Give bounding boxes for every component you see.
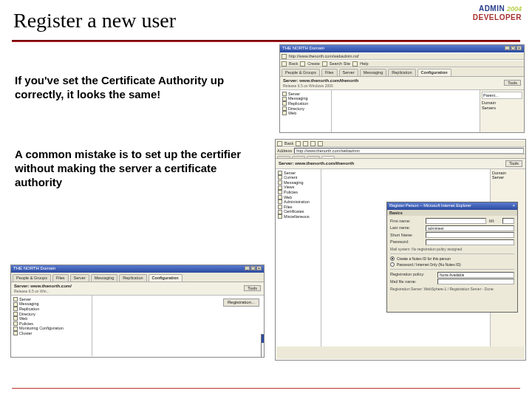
winC-serverbar: Server: www.thenorth.com/ Release 6.5 on… — [11, 282, 264, 296]
winA-back[interactable]: Back — [289, 61, 298, 66]
folder-icon — [13, 307, 18, 311]
winA-titlebar: THE NORTH Domain _▢× — [280, 45, 524, 52]
ctx-server[interactable]: Server... — [262, 343, 265, 351]
tree-item[interactable]: Monitoring Configuration — [13, 326, 90, 331]
tree-item[interactable]: Cluster — [13, 331, 90, 336]
tree-web[interactable]: Web — [282, 111, 330, 116]
title-rule — [12, 40, 520, 42]
folder-icon — [13, 312, 18, 316]
tree-item[interactable]: Web — [277, 195, 319, 200]
winB-url[interactable]: http://www.thenorth.com/webadmin — [294, 148, 524, 154]
winB-back[interactable]: Back — [284, 141, 293, 146]
tree-item[interactable]: Policies — [13, 321, 90, 327]
tree-replication[interactable]: Replication — [282, 101, 330, 106]
refresh-icon — [303, 141, 308, 146]
policy-select[interactable]: None Available — [437, 272, 514, 278]
winA-search[interactable]: Search Site — [330, 61, 350, 66]
slide-title: Register a new user — [12, 6, 520, 38]
right-server[interactable]: Server — [492, 175, 524, 180]
tree-item[interactable]: Administration — [277, 200, 319, 205]
tab-configuration[interactable]: Configuration — [417, 69, 451, 76]
firstname-input[interactable] — [426, 218, 486, 224]
tools-button[interactable]: Tools — [244, 285, 261, 292]
back-icon — [277, 141, 282, 146]
paragraph-1: If you've set the Certificate Authority … — [15, 74, 251, 102]
winC-titlebar: THE NORTH Domain _▢× — [11, 265, 264, 273]
tab-people-groups[interactable]: People & Groups — [13, 274, 51, 282]
winA-help[interactable]: Help — [360, 61, 368, 66]
folder-icon — [278, 171, 282, 175]
winA-toolbar: Back Create Search Site Help — [280, 60, 524, 67]
tree-item[interactable]: Messaging — [13, 301, 90, 307]
registration-button[interactable]: Registration... — [223, 299, 259, 307]
server-release: Release 6.5 on Windows 2000 — [283, 83, 358, 88]
winA-create[interactable]: Create — [307, 61, 320, 66]
winB-split: Server Current Messaging Views Policies … — [276, 169, 525, 347]
tree-item[interactable]: Policies — [277, 190, 319, 195]
folder-icon — [13, 321, 18, 326]
folder-icon — [13, 297, 18, 301]
mailfile-label: Mail file name: — [390, 279, 434, 284]
firstname-label: First name: — [390, 219, 423, 224]
folder-icon — [278, 175, 282, 180]
winA-addressbar: http://www.thenorth.com/webadmin.nsf — [280, 52, 524, 60]
tab-server[interactable]: Server — [70, 274, 89, 282]
right-domain[interactable]: Domain — [492, 171, 524, 176]
tab-files[interactable]: Files — [52, 274, 69, 282]
tree-item[interactable]: Server — [13, 297, 90, 302]
radio-notes-id[interactable]: Create a Notes ID for this person — [390, 256, 514, 261]
tree-item[interactable]: Replication — [13, 307, 90, 312]
tree-item[interactable]: Miscellaneous — [277, 214, 319, 219]
right-domain[interactable]: Domain — [482, 100, 522, 106]
tree-server[interactable]: Server — [282, 92, 330, 97]
lastname-input[interactable]: admintest — [426, 225, 514, 231]
tree-directory[interactable]: Directory — [282, 106, 330, 112]
folder-icon — [278, 214, 282, 219]
tab-messaging[interactable]: Messaging — [91, 274, 118, 282]
tab-server[interactable]: Server — [339, 69, 358, 76]
dialog-titlebar: Register Person -- Microsoft Internet Ex… — [387, 202, 517, 210]
tree-item[interactable]: Directory — [13, 312, 90, 317]
regserver-value: WebSphere-1 / Registration Server - Done — [424, 287, 494, 291]
tools-button[interactable]: Tools — [504, 80, 521, 86]
window-buttons: _▢× — [504, 46, 522, 51]
tree-item[interactable]: Current — [277, 175, 319, 180]
folder-icon — [13, 302, 18, 307]
ctx-org-unit[interactable]: Organizational Unit... — [262, 351, 265, 358]
server-label: Server: — [14, 284, 30, 288]
tree-item[interactable]: Certificates — [277, 209, 319, 214]
ctx-person[interactable]: Person... — [262, 335, 265, 343]
folder-icon — [282, 97, 287, 101]
tree-item[interactable]: Views — [277, 185, 319, 190]
tools-button[interactable]: Tools — [505, 160, 522, 167]
tree-item[interactable]: Files — [277, 205, 319, 210]
password-input[interactable] — [426, 239, 514, 245]
mail-value: No registration policy assigned — [412, 247, 462, 251]
winB-tab[interactable] — [277, 156, 290, 158]
tab-people-groups[interactable]: People & Groups — [282, 69, 320, 76]
winB-tab[interactable] — [307, 156, 320, 158]
mailfile-input[interactable] — [437, 279, 514, 284]
winB-tab[interactable] — [292, 156, 305, 158]
radio-internet-only[interactable]: Password / Internet Only (No Notes ID) — [390, 262, 514, 267]
tab-configuration[interactable]: Configuration — [149, 274, 183, 282]
folder-icon — [282, 92, 287, 96]
winA-tree: Server Messaging Replication Directory W… — [280, 90, 332, 133]
right-servers[interactable]: Servers — [482, 106, 522, 111]
tree-item[interactable]: Server — [277, 171, 319, 176]
tab-replication[interactable]: Replication — [388, 69, 415, 76]
winA-serverbar: Server: www.thenorth.com/thenorth Releas… — [280, 77, 524, 90]
tree-messaging[interactable]: Messaging — [282, 96, 330, 101]
tree-item[interactable]: Web — [13, 316, 90, 321]
shortname-input[interactable] — [426, 232, 514, 238]
password-label: Password: — [390, 239, 423, 245]
winA-right: Parent... Domain Servers — [480, 90, 524, 133]
mi-input[interactable] — [502, 218, 514, 224]
tab-files[interactable]: Files — [321, 69, 338, 76]
winB-tab[interactable] — [321, 156, 335, 158]
tree-item[interactable]: Messaging — [277, 180, 319, 185]
tab-messaging[interactable]: Messaging — [360, 69, 387, 76]
tab-replication[interactable]: Replication — [119, 274, 146, 282]
folder-icon — [278, 210, 282, 214]
close-icon[interactable]: × — [513, 203, 515, 209]
